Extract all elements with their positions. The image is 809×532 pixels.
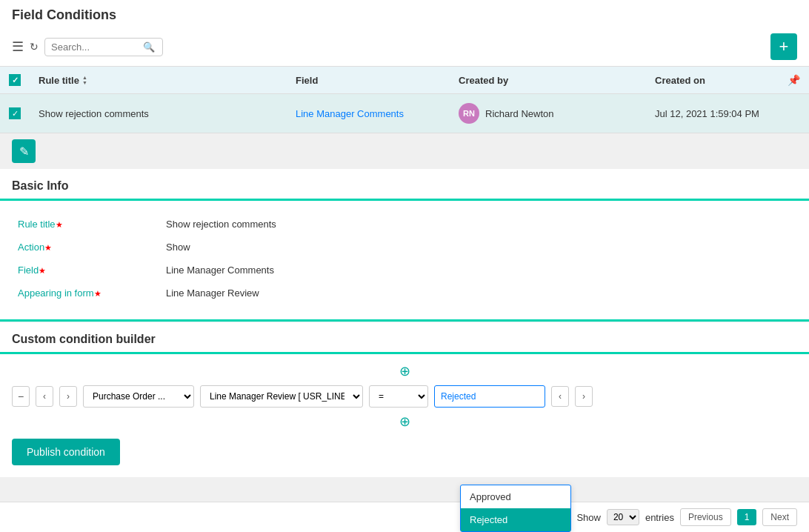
dropdown-overlay: Approved Rejected — [460, 485, 571, 532]
table-container: ✓ Rule title ▲ ▼ Field Created by Create… — [0, 67, 809, 133]
publish-condition-button[interactable]: Publish condition — [12, 439, 120, 465]
th-field: Field — [287, 67, 450, 93]
table-row: ✓ Show rejection comments Line Manager C… — [0, 94, 809, 133]
refresh-icon[interactable]: ↻ — [30, 41, 39, 53]
field-label: Field★ — [18, 265, 166, 276]
action-value: Show — [166, 242, 190, 253]
add-condition-bottom-icon[interactable]: ⊕ — [399, 413, 410, 430]
search-icon: 🔍 — [143, 41, 155, 53]
th-rule-title: Rule title ▲ ▼ — [30, 67, 287, 93]
condition-entity-select[interactable]: Purchase Order ... — [83, 385, 194, 408]
next-button[interactable]: Next — [762, 508, 797, 526]
td-checkbox: ✓ — [0, 102, 30, 125]
td-rule-title: Show rejection comments — [30, 102, 287, 125]
page-number: 1 — [737, 509, 757, 525]
td-field: Line Manager Comments — [287, 102, 450, 125]
appearing-value[interactable]: Line Manager Review — [166, 287, 259, 299]
condition-value-input[interactable] — [434, 385, 545, 408]
basic-info-body: Rule title★ Show rejection comments Acti… — [0, 201, 809, 319]
add-condition-top-icon[interactable]: ⊕ — [399, 363, 410, 379]
page-header: Field Conditions — [0, 0, 809, 27]
th-checkbox: ✓ — [0, 67, 30, 93]
dropdown-option-approved[interactable]: Approved — [461, 485, 570, 508]
search-box: 🔍 — [44, 38, 163, 56]
toolbar: ☰ ↻ 🔍 + — [0, 27, 809, 67]
action-label: Action★ — [18, 242, 166, 253]
pagination-bar: Show 20 entries Previous 1 Next — [0, 502, 809, 532]
th-created-by: Created by — [450, 67, 646, 93]
th-created-on: Created on 📌 — [646, 67, 809, 93]
rule-title-value: Show rejection comments — [166, 219, 276, 230]
sort-icon[interactable]: ▲ ▼ — [82, 75, 87, 85]
condition-value-prev-button[interactable]: ‹ — [551, 386, 569, 407]
entries-label: entries — [645, 512, 674, 523]
page-title: Field Conditions — [12, 7, 116, 22]
avatar: RN — [459, 103, 479, 124]
condition-field-select[interactable]: Line Manager Review [ USR_LINE... — [200, 385, 363, 408]
show-label: Show — [576, 512, 601, 523]
field-row-appearing: Appearing in form★ Line Manager Review — [18, 282, 791, 305]
condition-value-next-button[interactable]: › — [575, 386, 593, 407]
condition-operator-select[interactable]: = — [369, 385, 428, 408]
td-created-on: Jul 12, 2021 1:59:04 PM — [646, 102, 809, 125]
table-header: ✓ Rule title ▲ ▼ Field Created by Create… — [0, 67, 809, 94]
edit-button[interactable]: ✎ — [12, 139, 36, 163]
edit-bar: ✎ — [0, 133, 809, 169]
pin-icon: 📌 — [788, 74, 800, 86]
condition-row: − ‹ › Purchase Order ... Line Manager Re… — [12, 385, 797, 408]
field-row-action: Action★ Show — [18, 236, 791, 259]
add-button[interactable]: + — [770, 33, 797, 60]
condition-builder-body: ⊕ − ‹ › Purchase Order ... Line Manager … — [0, 354, 809, 477]
basic-info-title: Basic Info — [0, 169, 809, 199]
remove-condition-button[interactable]: − — [12, 386, 30, 407]
add-row-top: ⊕ — [12, 363, 797, 379]
condition-nav-left-button[interactable]: ‹ — [36, 386, 53, 407]
field-row-rule-title: Rule title★ Show rejection comments — [18, 213, 791, 236]
field-value[interactable]: Line Manager Comments — [166, 265, 274, 276]
header-checkbox[interactable]: ✓ — [9, 74, 21, 86]
previous-button[interactable]: Previous — [680, 508, 731, 526]
appearing-label: Appearing in form★ — [18, 287, 166, 299]
row-checkbox[interactable]: ✓ — [9, 107, 21, 119]
add-row-bottom: ⊕ — [12, 413, 797, 430]
td-created-by: RN Richard Newton — [450, 97, 646, 130]
menu-icon[interactable]: ☰ — [12, 39, 24, 55]
rule-title-label: Rule title★ — [18, 219, 166, 230]
basic-info-section: Basic Info Rule title★ Show rejection co… — [0, 169, 809, 322]
search-input[interactable] — [51, 41, 140, 53]
custom-condition-section: Custom condition builder ⊕ − ‹ › Purchas… — [0, 322, 809, 477]
field-row-field: Field★ Line Manager Comments — [18, 259, 791, 282]
condition-nav-right-button[interactable]: › — [59, 386, 77, 407]
entries-select[interactable]: 20 — [607, 509, 639, 525]
dropdown-option-rejected[interactable]: Rejected — [461, 508, 570, 531]
condition-builder-title: Custom condition builder — [0, 322, 809, 352]
